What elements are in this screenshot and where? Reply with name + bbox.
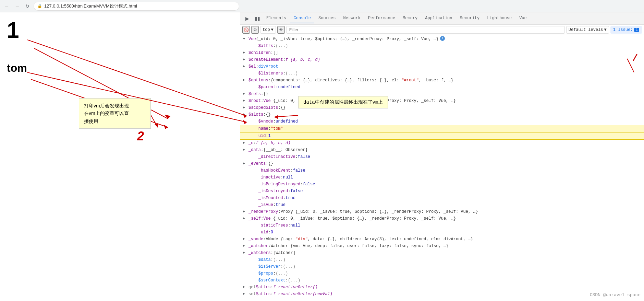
console-line-directinactive: _directInactive : false [240, 153, 644, 160]
issue-text: 1 Issue: [613, 27, 633, 32]
back-button[interactable]: ← [3, 2, 11, 10]
console-line-props: $props : (...) [240, 270, 644, 277]
toggle-root[interactable] [243, 98, 245, 104]
console-line-el: $el : div#root [240, 63, 644, 70]
tab-elements[interactable]: Elements [263, 14, 290, 23]
default-levels-label: Default levels [569, 27, 603, 32]
vue-label: Vue [248, 36, 256, 42]
console-line-isserver: $isServer : (...) [240, 263, 644, 270]
tab-performance[interactable]: Performance [365, 14, 399, 23]
main-layout: 1 tom 打印vm后会发现出现 在vm上的变量可以直 接使用 2 ▶ [0, 12, 644, 301]
browser-bar: ← → ↻ 🔒 127.0.0.1:5500/htmlExam/MVVM设计模式… [0, 0, 644, 12]
tab-sources[interactable]: Sources [315, 14, 339, 23]
default-levels-button[interactable]: Default levels ▼ [566, 26, 609, 34]
svg-marker-1 [165, 115, 171, 119]
console-line-events: _events : {} [240, 160, 644, 167]
svg-marker-3 [164, 125, 168, 129]
console-line-children: $children : [] [240, 49, 644, 56]
toggle-events[interactable] [243, 161, 245, 167]
tab-lighthouse[interactable]: Lighthouse [484, 14, 515, 23]
eye-icon[interactable]: 👁 [277, 26, 285, 34]
console-line-name: name : "tom" [240, 125, 644, 132]
console-line-attrs: $attrs : (...) [240, 43, 644, 49]
tab-vue[interactable]: Vue [516, 14, 530, 23]
toggle-renderproxy[interactable] [243, 209, 245, 215]
tab-console[interactable]: Console [290, 14, 314, 23]
annotation1-line2: 在vm上的变量可以直 [84, 111, 129, 116]
console-output[interactable]: Vue {_uid: 0, _isVue: true, $options: {…… [240, 35, 644, 301]
console-line-ssrcontext: $ssrContext : (...) [240, 277, 644, 284]
toggle-scopedslots[interactable] [243, 105, 245, 111]
console-line-createelement: $createElement : f (a, b, c, d) [240, 56, 644, 63]
devtools-panel: ▶ ▮▮ Elements Console Sources Network Pe… [240, 12, 644, 301]
toggle-watcher[interactable] [243, 243, 245, 249]
page-name: tom [7, 62, 233, 74]
watermark: CSDN @unravel space [590, 292, 641, 298]
toggle-el[interactable] [243, 63, 245, 70]
console-line-vnode-inner: _vnode : VNode {tag: "div", data: {…}, c… [240, 236, 644, 243]
svg-marker-5 [154, 124, 158, 127]
console-line-slots: $slots : {} [240, 111, 644, 118]
console-line-data-blue: $data : (...) [240, 256, 644, 263]
settings-icon[interactable]: ⚙ [251, 26, 259, 34]
console-line-inactive: _inactive : null [240, 174, 644, 181]
lock-icon: 🔒 [37, 4, 42, 8]
toggle-children[interactable] [243, 50, 245, 56]
forward-button[interactable]: → [13, 2, 21, 10]
page-content: 1 tom 打印vm后会发现出现 在vm上的变量可以直 接使用 2 [0, 12, 240, 301]
console-line-watcher: _watcher : Watcher {vm: Vue, deep: false… [240, 243, 644, 250]
tab-security[interactable]: Security [457, 14, 483, 23]
console-line-hashookevent: _hasHookEvent : false [240, 167, 644, 174]
console-toolbar: 🚫 ⚙ top ▼ 👁 Default levels ▼ 1 Issue: 1 [240, 25, 644, 35]
toggle-watchers[interactable] [243, 250, 245, 256]
url-text: 127.0.0.1:5500/htmlExam/MVVM设计模式.html [44, 3, 137, 9]
annotation2-text: data中创建的属性最终出现在了vm上 [303, 100, 383, 105]
default-levels-icon: ▼ [604, 27, 607, 32]
info-icon[interactable]: i [440, 36, 445, 41]
filter-input[interactable] [286, 26, 565, 34]
console-line-statictrees: _staticTrees : null [240, 222, 644, 229]
toggle-data[interactable] [243, 147, 245, 153]
top-label: top [263, 27, 270, 32]
tab-memory[interactable]: Memory [399, 14, 421, 23]
issue-badge[interactable]: 1 Issue: 1 [610, 26, 642, 34]
console-line-watchers: _watchers : [Watcher] [240, 250, 644, 256]
console-line-self: _self : Vue {_uid: 0, _isVue: true, $opt… [240, 215, 644, 222]
toggle-refs[interactable] [243, 91, 245, 97]
tab-application[interactable]: Application [422, 14, 455, 23]
console-line-vue-root: Vue {_uid: 0, _isVue: true, $options: {…… [240, 36, 644, 43]
inspect-element-button[interactable]: ▶ [242, 14, 252, 23]
top-dropdown-icon: ▼ [271, 27, 274, 32]
toggle-options[interactable] [243, 77, 245, 83]
console-line-ismounted: _isMounted : true [240, 195, 644, 201]
toggle-set-attrs[interactable] [243, 291, 245, 297]
reload-button[interactable]: ↻ [23, 2, 32, 10]
console-line-uid-inner: _uid : 0 [240, 229, 644, 236]
toggle-slots[interactable] [243, 112, 245, 118]
annotation1-line1: 打印vm后会发现出现 [84, 103, 129, 108]
tab-network[interactable]: Network [340, 14, 364, 23]
toggle-createelement[interactable] [243, 57, 245, 63]
arrow-number-2: 2 [137, 129, 144, 143]
annotation-box-2: data中创建的属性最终出现在了vm上 [298, 96, 388, 108]
toggle-vue-root[interactable] [243, 36, 245, 42]
top-selector[interactable]: top ▼ [260, 26, 276, 34]
toggle-c[interactable] [243, 140, 245, 146]
console-line-vnode: $vnode : undefined [240, 118, 644, 125]
console-line-isdestroyed: _isDestroyed : false [240, 188, 644, 195]
toggle-self[interactable] [243, 216, 245, 222]
console-line-c: _c : f (a, b, c, d) [240, 140, 644, 147]
device-toggle-button[interactable]: ▮▮ [253, 14, 262, 23]
arrows-svg [0, 12, 240, 301]
console-line-renderproxy: _renderProxy : Proxy {_uid: 0, _isVue: t… [240, 208, 644, 215]
annotation1-line3: 接使用 [84, 118, 98, 124]
console-line-listeners: $listeners : (...) [240, 70, 644, 77]
arrow-slash-right: / [632, 53, 638, 64]
console-line-parent: $parent : undefined [240, 84, 644, 91]
console-line-uid: uid : 1 [240, 132, 644, 140]
toggle-get-attrs[interactable] [243, 284, 245, 290]
address-bar[interactable]: 🔒 127.0.0.1:5500/htmlExam/MVVM设计模式.html [34, 2, 239, 11]
clear-console-button[interactable]: 🚫 [242, 26, 250, 34]
toggle-vnode-inner[interactable] [243, 236, 245, 242]
issue-count-badge: 1 [634, 28, 639, 32]
